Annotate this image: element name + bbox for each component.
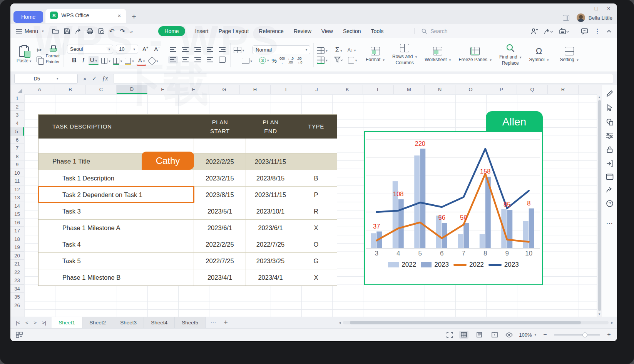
- row-header-35[interactable]: 35: [10, 293, 24, 301]
- sheet-tab-sheet3[interactable]: Sheet3: [113, 317, 144, 328]
- cell-plan-end[interactable]: 2023/6/1: [246, 220, 295, 236]
- increase-decimal-button[interactable]: ←.0 .00: [288, 57, 294, 64]
- row-header-8[interactable]: 8: [10, 152, 24, 161]
- zoom-slider-knob[interactable]: [582, 332, 587, 337]
- row-header-19[interactable]: 19: [10, 243, 24, 252]
- cell-plan-start[interactable]: 2023/5/1: [194, 203, 246, 219]
- sheet-list-icon[interactable]: ⋯: [206, 319, 221, 326]
- column-header-K[interactable]: K: [332, 85, 363, 94]
- table-row[interactable]: Phase 1 Milestone B2023/4/12023/4/1X: [38, 269, 337, 286]
- align-left-button[interactable]: [168, 56, 178, 63]
- chart[interactable]: 371082205656158858 345678910 20222023202…: [364, 131, 543, 285]
- font-name-select[interactable]: Seoui▾: [67, 45, 113, 53]
- row-header-3[interactable]: 3: [10, 111, 24, 119]
- select-cursor-icon[interactable]: [606, 104, 613, 112]
- table-row[interactable]: Task 32023/5/12023/10/1R: [38, 203, 337, 219]
- switch-windows-icon[interactable]: [16, 332, 23, 338]
- cell-task-description[interactable]: Task 3: [38, 203, 194, 219]
- row-header-6[interactable]: 6: [10, 136, 24, 144]
- align-center-button[interactable]: [181, 56, 190, 63]
- font-size-select[interactable]: 10▾: [116, 45, 138, 53]
- table-style-button[interactable]: ▾: [317, 56, 328, 63]
- cell-plan-end[interactable]: 2023/3/25: [246, 253, 295, 269]
- row-header-11[interactable]: 11: [10, 177, 24, 185]
- grid-canvas[interactable]: TASK DESCRIPTION PLAN START PLAN END TYP…: [24, 94, 597, 317]
- freeze-panes-button[interactable]: Freeze Panes ▾: [456, 47, 494, 63]
- confirm-entry-button[interactable]: ✓: [92, 75, 97, 82]
- cell-task-description[interactable]: Task 1 Description: [38, 170, 194, 186]
- row-header-2[interactable]: 2: [10, 103, 24, 111]
- decrease-font-size-button[interactable]: A−: [152, 45, 161, 53]
- ribbon-tab-page-layout[interactable]: Page Layout: [219, 28, 249, 34]
- align-bottom-button[interactable]: [193, 46, 202, 53]
- cell-plan-end[interactable]: 2022/7/25: [246, 236, 295, 252]
- cell-plan-end[interactable]: 2023/10/1: [246, 203, 295, 219]
- autosum-button[interactable]: Σ▾: [335, 46, 342, 54]
- cell-task-description[interactable]: Task 5: [38, 253, 194, 269]
- column-header-P[interactable]: P: [486, 85, 517, 94]
- format-menu-button[interactable]: Format ▾: [363, 47, 387, 63]
- cell-type[interactable]: O: [295, 236, 337, 252]
- row-header-17[interactable]: 17: [10, 227, 24, 235]
- add-sheet-button[interactable]: +: [221, 319, 230, 327]
- fit-selection-icon[interactable]: [447, 332, 453, 338]
- redo-icon[interactable]: ↷: [120, 27, 125, 35]
- increase-indent-button[interactable]: [217, 46, 227, 53]
- ribbon-tab-review[interactable]: Review: [294, 28, 311, 34]
- select-all-corner[interactable]: [10, 85, 24, 94]
- eye-reading-mode-icon[interactable]: [505, 332, 513, 337]
- comma-format-button[interactable]: 000 ,: [279, 57, 285, 64]
- open-file-icon[interactable]: [52, 28, 59, 34]
- sheet-tab-sheet5[interactable]: Sheet5: [175, 317, 206, 328]
- table-row[interactable]: Task 2 Dependent on Task 12023/8/152023/…: [38, 186, 337, 203]
- cut-button[interactable]: ✂: [37, 47, 42, 53]
- copy-button[interactable]: [37, 57, 42, 62]
- more-quick-icons[interactable]: »: [130, 28, 133, 34]
- symbol-button[interactable]: Ω Symbol ▾: [527, 47, 551, 63]
- undo-icon[interactable]: ↶: [109, 27, 115, 35]
- sheet-tab-sheet4[interactable]: Sheet4: [144, 317, 175, 328]
- column-header-N[interactable]: N: [425, 85, 455, 94]
- cell-plan-start[interactable]: 2023/8/15: [194, 187, 246, 203]
- align-top-button[interactable]: [168, 46, 178, 53]
- cell-type[interactable]: B: [295, 170, 337, 186]
- first-sheet-icon[interactable]: |<: [16, 320, 20, 326]
- column-header-A[interactable]: A: [24, 85, 55, 94]
- row-header-9[interactable]: 9: [10, 160, 24, 169]
- paste-button[interactable]: Paste▾: [14, 45, 33, 64]
- zoom-in-button[interactable]: +: [606, 331, 612, 338]
- font-color-button[interactable]: A▾: [137, 56, 147, 64]
- cell-type[interactable]: [295, 154, 337, 170]
- zoom-out-button[interactable]: −: [542, 331, 548, 338]
- row-header-7[interactable]: 7: [10, 144, 24, 152]
- ribbon-tab-home[interactable]: Home: [158, 26, 185, 36]
- row-header-10[interactable]: 10: [10, 169, 24, 177]
- adjust-sliders-icon[interactable]: [606, 132, 614, 139]
- column-header-E[interactable]: E: [147, 85, 178, 94]
- cell-plan-start[interactable]: 2023/4/1: [194, 269, 246, 286]
- setting-button[interactable]: Setting ▾: [557, 47, 580, 63]
- menu-button[interactable]: Menu▾: [16, 28, 44, 34]
- cell-task-description[interactable]: Task 2 Dependent on Task 1: [38, 187, 194, 203]
- print-preview-icon[interactable]: [98, 28, 104, 34]
- column-header-I[interactable]: I: [271, 85, 301, 94]
- merge-center-button[interactable]: ▾: [234, 46, 244, 53]
- merge-shading-button[interactable]: ▾: [113, 57, 122, 64]
- sheet-tab-sheet2[interactable]: Sheet2: [82, 317, 113, 328]
- next-sheet-icon[interactable]: >: [34, 320, 37, 326]
- cell-task-description[interactable]: Phase 1 Milestone B: [38, 269, 194, 286]
- ribbon-tab-section[interactable]: Section: [343, 28, 361, 34]
- worksheet-button[interactable]: Worksheet ▾: [422, 47, 453, 63]
- row-header-23[interactable]: 23: [10, 276, 24, 285]
- card-panel-icon[interactable]: [606, 174, 614, 180]
- sidebar-more-icon[interactable]: ⋯: [606, 219, 613, 227]
- decrease-decimal-button[interactable]: .00 →.0: [296, 57, 303, 64]
- wrap-text-button[interactable]: [217, 55, 227, 64]
- share-icon[interactable]: [544, 28, 553, 35]
- table-row[interactable]: Phase 1 Milestone A2023/6/12023/6/1X: [38, 219, 337, 236]
- row-header-18[interactable]: 18: [10, 235, 24, 244]
- save-icon[interactable]: [64, 28, 70, 34]
- row-header-22[interactable]: 22: [10, 268, 24, 277]
- row-header-34[interactable]: 34: [10, 285, 24, 293]
- cell-task-description[interactable]: Task 4: [38, 236, 194, 252]
